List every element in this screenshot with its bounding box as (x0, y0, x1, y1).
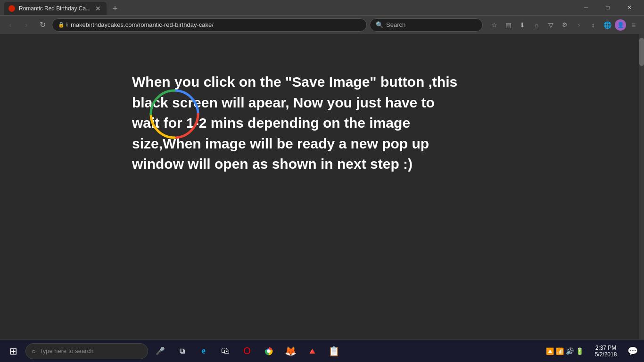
app8-button[interactable]: 📋 (323, 341, 344, 362)
taskbar-search-placeholder: Type here to search (39, 347, 93, 354)
toolbar-icons: ☆ ▤ ⬇ ⌂ ▽ ⚙ › ↕ 🌐 👤 ≡ (487, 18, 640, 32)
scrollbar-thumb[interactable] (639, 38, 644, 66)
active-tab[interactable]: Romantic Red Birthday Ca... ✕ (4, 2, 107, 15)
forward-button[interactable]: › (20, 18, 33, 32)
vlc-button[interactable]: 🔺 (302, 341, 322, 362)
extensions-arrow[interactable]: › (572, 18, 586, 32)
search-bar[interactable]: 🔍 Search (370, 18, 483, 32)
title-bar: Romantic Red Birthday Ca... ✕ + ─ □ ✕ (0, 0, 644, 15)
taskbar-right: 🔼 📶 🔊 🔋 2:37 PM 5/2/2018 💬 (542, 341, 641, 362)
network-icon[interactable]: 📶 (556, 347, 564, 355)
task-view-button[interactable]: ⧉ (172, 341, 192, 362)
taskbar-search[interactable]: ○ Type here to search (25, 343, 148, 359)
start-icon: ⊞ (9, 346, 17, 357)
mic-button[interactable]: 🎤 (150, 341, 171, 362)
url-bar[interactable]: 🔒 ℹ makebirthdaycakes.com/romantic-red-b… (52, 18, 367, 32)
taskbar: ⊞ ○ Type here to search 🎤 ⧉ e 🛍 O (0, 339, 644, 362)
loading-spinner (146, 86, 203, 142)
download-button[interactable]: ⬇ (516, 18, 529, 32)
hidden-icons-button[interactable]: 🔼 (546, 347, 554, 355)
battery-icon[interactable]: 🔋 (576, 347, 584, 355)
sync-button[interactable]: ↕ (586, 18, 600, 32)
refresh-icon: ↻ (40, 20, 46, 29)
security-indicator: 🔒 ℹ (58, 22, 68, 28)
refresh-button[interactable]: ↻ (36, 18, 49, 32)
minimize-button[interactable]: ─ (575, 0, 597, 15)
menu-button[interactable]: ≡ (627, 18, 640, 32)
firefox-button[interactable]: 🦊 (280, 341, 301, 362)
close-button[interactable]: ✕ (619, 0, 640, 15)
start-button[interactable]: ⊞ (3, 341, 24, 362)
vertical-scrollbar[interactable] (639, 34, 644, 339)
tab-title: Romantic Red Birthday Ca... (19, 5, 91, 12)
taskbar-apps: 🎤 ⧉ e 🛍 O 🦊 🔺 📋 (150, 341, 344, 362)
address-bar: ‹ › ↻ 🔒 ℹ makebirthdaycakes.com/romantic… (0, 15, 644, 34)
reader-button[interactable]: ▤ (502, 18, 515, 32)
page-content: When you click on the "Save Image" butto… (0, 34, 644, 339)
forward-icon: › (25, 21, 27, 29)
pocket-button[interactable]: ▽ (544, 18, 557, 32)
extensions-button[interactable]: ⚙ (558, 18, 571, 32)
tab-close-button[interactable]: ✕ (94, 5, 102, 12)
clock-date: 5/2/2018 (595, 351, 617, 358)
maximize-button[interactable]: □ (597, 0, 619, 15)
cortana-icon: ○ (32, 347, 35, 355)
edge-button[interactable]: e (193, 341, 214, 362)
browser-frame: Romantic Red Birthday Ca... ✕ + ─ □ ✕ ‹ … (0, 0, 644, 362)
url-text: makebirthdaycakes.com/romantic-red-birth… (71, 21, 361, 28)
search-icon: 🔍 (376, 21, 383, 28)
volume-icon[interactable]: 🔊 (566, 347, 574, 355)
new-tab-button[interactable]: + (108, 2, 122, 15)
chrome-button[interactable] (258, 341, 279, 362)
store-button[interactable]: 🛍 (215, 341, 236, 362)
globe-button[interactable]: 🌐 (601, 18, 614, 32)
svg-point-2 (267, 349, 271, 353)
search-placeholder: Search (386, 21, 405, 28)
back-icon: ‹ (9, 21, 11, 29)
clock-time: 2:37 PM (595, 345, 617, 351)
notification-button[interactable]: 💬 (624, 341, 641, 362)
tab-bar: Romantic Red Birthday Ca... ✕ + (4, 0, 122, 15)
window-controls: ─ □ ✕ (575, 0, 640, 15)
home-button[interactable]: ⌂ (530, 18, 543, 32)
tab-favicon (8, 5, 15, 12)
system-tray: 🔼 📶 🔊 🔋 (542, 347, 587, 355)
bookmark-button[interactable]: ☆ (487, 18, 501, 32)
back-button[interactable]: ‹ (4, 18, 17, 32)
opera-button[interactable]: O (237, 341, 257, 362)
notification-icon: 💬 (627, 346, 638, 356)
system-clock[interactable]: 2:37 PM 5/2/2018 (589, 345, 622, 358)
avatar-button[interactable]: 👤 (615, 19, 626, 31)
